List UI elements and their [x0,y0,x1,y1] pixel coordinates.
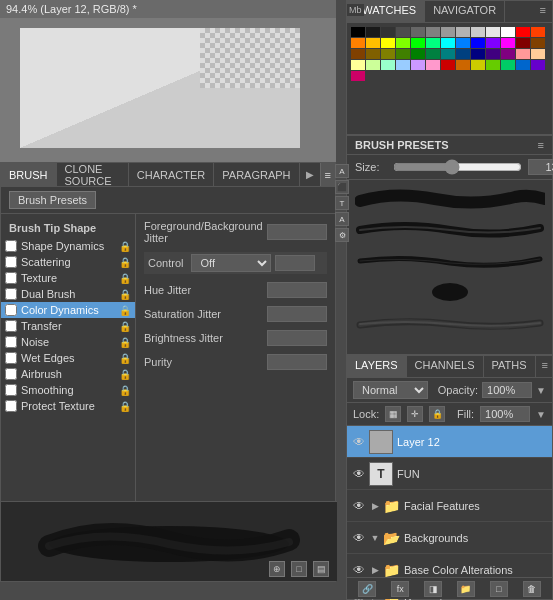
purity-input[interactable] [267,354,327,370]
layer12-visibility[interactable]: 👁 [351,435,367,449]
swatch[interactable] [411,27,425,37]
swatch[interactable] [516,27,530,37]
bp-brush-item-1[interactable] [351,184,548,212]
tab-paths[interactable]: PATHS [484,356,536,377]
bp-brush-item-5[interactable] [351,308,548,336]
lock-pixels-btn[interactable]: ▦ [385,406,401,422]
bp-size-input[interactable] [528,159,553,175]
layer-row-fun[interactable]: 👁 T FUN [347,458,552,490]
option-texture[interactable]: Texture 🔒 [1,270,135,286]
swatch[interactable] [531,27,545,37]
transfer-checkbox[interactable] [5,320,17,332]
backgrounds-expand[interactable]: ▼ [369,532,381,544]
option-wet-edges[interactable]: Wet Edges 🔒 [1,350,135,366]
fill-input[interactable] [480,406,530,422]
control-input[interactable] [275,255,315,271]
link-layers-btn[interactable]: 🔗 [358,581,376,597]
swatch[interactable] [411,49,425,59]
tool-btn-5[interactable]: ⚙ [335,228,349,242]
swatch[interactable] [441,38,455,48]
tool-btn-1[interactable]: A [335,164,349,178]
option-noise[interactable]: Noise 🔒 [1,334,135,350]
swatch[interactable] [351,49,365,59]
swatch[interactable] [426,60,440,70]
facial-visibility[interactable]: 👁 [351,499,367,513]
swatch[interactable] [381,60,395,70]
swatches-menu-btn[interactable]: ≡ [534,1,552,22]
panel-menu-btn[interactable]: ≡ [320,163,335,186]
swatch[interactable] [441,49,455,59]
swatch[interactable] [486,38,500,48]
swatch[interactable] [471,49,485,59]
swatch[interactable] [501,38,515,48]
texture-checkbox[interactable] [5,272,17,284]
preview-icon-3[interactable]: ▤ [313,561,329,577]
swatch[interactable] [351,71,365,81]
brush-presets-button[interactable]: Brush Presets [9,191,96,209]
base-color-visibility[interactable]: 👁 [351,563,367,577]
swatch[interactable] [516,49,530,59]
swatch[interactable] [411,38,425,48]
tab-character[interactable]: CHARACTER [129,163,214,186]
swatch[interactable] [516,60,530,70]
swatch[interactable] [381,38,395,48]
swatch[interactable] [441,27,455,37]
scattering-checkbox[interactable] [5,256,17,268]
saturation-jitter-input[interactable] [267,306,327,322]
swatch[interactable] [441,60,455,70]
swatch[interactable] [531,49,545,59]
brightness-jitter-input[interactable] [267,330,327,346]
bp-brush-item-3[interactable] [351,246,548,274]
swatch[interactable] [366,27,380,37]
swatch[interactable] [351,38,365,48]
swatch[interactable] [396,38,410,48]
preview-icon-1[interactable]: ⊕ [269,561,285,577]
swatch[interactable] [366,60,380,70]
swatch[interactable] [396,49,410,59]
backgrounds-visibility[interactable]: 👁 [351,531,367,545]
swatch[interactable] [486,60,500,70]
opacity-arrow[interactable]: ▼ [536,385,546,396]
swatch[interactable] [486,27,500,37]
tool-btn-2[interactable]: ⬛ [335,180,349,194]
blend-mode-select[interactable]: Normal Multiply Screen [353,381,428,399]
tab-layers[interactable]: LAYERS [347,356,407,377]
lock-move-btn[interactable]: ✛ [407,406,423,422]
swatch[interactable] [411,60,425,70]
layer-row-facial[interactable]: 👁 ▶ 📁 Facial Features [347,490,552,522]
control-select[interactable]: Off Fade Pen Pressure [191,254,271,272]
swatch[interactable] [426,38,440,48]
color-dynamics-checkbox[interactable] [5,304,17,316]
dual-brush-checkbox[interactable] [5,288,17,300]
fun-visibility[interactable]: 👁 [351,467,367,481]
swatch[interactable] [366,38,380,48]
add-style-btn[interactable]: fx [391,581,409,597]
swatch[interactable] [381,49,395,59]
tab-brush[interactable]: BRUSH [1,163,57,186]
new-layer-btn[interactable]: □ [490,581,508,597]
option-transfer[interactable]: Transfer 🔒 [1,318,135,334]
fg-bg-jitter-input[interactable] [267,224,327,240]
protect-texture-checkbox[interactable] [5,400,17,412]
option-shape-dynamics[interactable]: Shape Dynamics 🔒 [1,238,135,254]
swatch[interactable] [366,49,380,59]
shape-dynamics-checkbox[interactable] [5,240,17,252]
tab-channels[interactable]: CHANNELS [407,356,484,377]
swatch[interactable] [381,27,395,37]
tab-paragraph[interactable]: PARAGRAPH [214,163,299,186]
fill-arrow[interactable]: ▼ [536,409,546,420]
swatch[interactable] [531,60,545,70]
facial-expand[interactable]: ▶ [369,500,381,512]
hue-jitter-input[interactable] [267,282,327,298]
option-scattering[interactable]: Scattering 🔒 [1,254,135,270]
tool-btn-3[interactable]: T [335,196,349,210]
swatch[interactable] [396,60,410,70]
option-color-dynamics[interactable]: Color Dynamics 🔒 [1,302,135,318]
layer-row-layer12[interactable]: 👁 Layer 12 [347,426,552,458]
layer-row-backgrounds[interactable]: 👁 ▼ 📂 Backgrounds [347,522,552,554]
new-group-btn[interactable]: 📁 [457,581,475,597]
option-smoothing[interactable]: Smoothing 🔒 [1,382,135,398]
base-color-expand[interactable]: ▶ [369,564,381,576]
swatch[interactable] [426,49,440,59]
swatch[interactable] [351,27,365,37]
